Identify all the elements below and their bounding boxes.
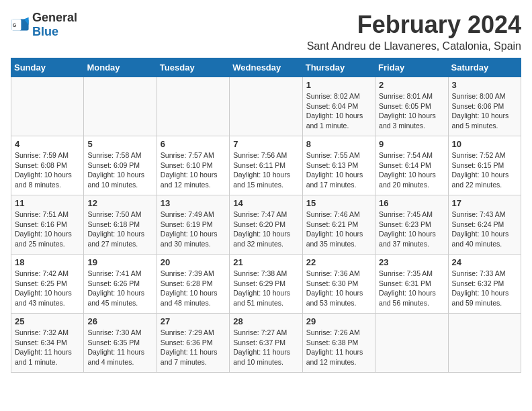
day-number: 19 <box>87 257 152 267</box>
day-number: 15 <box>306 198 371 208</box>
column-header-saturday: Saturday <box>448 58 521 77</box>
day-number: 4 <box>15 139 80 149</box>
day-number: 6 <box>161 139 226 149</box>
calendar-cell: 20Sunrise: 7:39 AM Sunset: 6:28 PM Dayli… <box>157 255 229 314</box>
day-number: 11 <box>15 198 80 208</box>
location-subtitle: Sant Andreu de Llavaneres, Catalonia, Sp… <box>307 40 521 52</box>
calendar-cell: 15Sunrise: 7:46 AM Sunset: 6:21 PM Dayli… <box>302 195 375 255</box>
day-info: Sunrise: 7:46 AM Sunset: 6:21 PM Dayligh… <box>306 210 371 249</box>
day-number: 25 <box>15 316 80 326</box>
day-info: Sunrise: 7:50 AM Sunset: 6:18 PM Dayligh… <box>87 210 152 249</box>
calendar-row: 4Sunrise: 7:59 AM Sunset: 6:08 PM Daylig… <box>11 136 521 195</box>
calendar-cell: 7Sunrise: 7:56 AM Sunset: 6:11 PM Daylig… <box>230 136 302 195</box>
day-info: Sunrise: 7:39 AM Sunset: 6:28 PM Dayligh… <box>161 269 226 308</box>
day-number: 2 <box>379 80 444 90</box>
day-info: Sunrise: 7:55 AM Sunset: 6:13 PM Dayligh… <box>306 150 371 190</box>
day-number: 23 <box>379 257 444 267</box>
day-info: Sunrise: 7:58 AM Sunset: 6:09 PM Dayligh… <box>87 150 152 190</box>
calendar-cell <box>157 77 229 136</box>
calendar-cell: 5Sunrise: 7:58 AM Sunset: 6:09 PM Daylig… <box>84 136 157 195</box>
calendar-cell: 9Sunrise: 7:54 AM Sunset: 6:14 PM Daylig… <box>375 136 448 195</box>
calendar-cell <box>448 314 521 373</box>
column-header-friday: Friday <box>375 58 448 77</box>
day-info: Sunrise: 7:41 AM Sunset: 6:26 PM Dayligh… <box>87 269 152 308</box>
calendar-row: 25Sunrise: 7:32 AM Sunset: 6:34 PM Dayli… <box>11 314 521 373</box>
day-number: 8 <box>306 139 371 149</box>
calendar-cell: 18Sunrise: 7:42 AM Sunset: 6:25 PM Dayli… <box>11 255 84 314</box>
calendar-cell: 21Sunrise: 7:38 AM Sunset: 6:29 PM Dayli… <box>230 255 302 314</box>
calendar-cell: 23Sunrise: 7:35 AM Sunset: 6:31 PM Dayli… <box>375 255 448 314</box>
day-number: 12 <box>87 198 152 208</box>
month-title: February 2024 <box>307 11 521 39</box>
calendar-cell: 4Sunrise: 7:59 AM Sunset: 6:08 PM Daylig… <box>11 136 84 195</box>
logo-general: General <box>32 11 77 24</box>
column-header-tuesday: Tuesday <box>157 58 229 77</box>
day-number: 24 <box>452 257 517 267</box>
day-info: Sunrise: 7:51 AM Sunset: 6:16 PM Dayligh… <box>15 210 80 249</box>
calendar-cell: 16Sunrise: 7:45 AM Sunset: 6:23 PM Dayli… <box>375 195 448 255</box>
day-number: 3 <box>452 80 517 90</box>
day-info: Sunrise: 7:45 AM Sunset: 6:23 PM Dayligh… <box>379 210 444 249</box>
day-number: 10 <box>452 139 517 149</box>
day-info: Sunrise: 7:43 AM Sunset: 6:24 PM Dayligh… <box>452 210 517 249</box>
logo: G General Blue <box>11 11 77 39</box>
day-info: Sunrise: 7:33 AM Sunset: 6:32 PM Dayligh… <box>452 269 517 308</box>
day-number: 13 <box>161 198 226 208</box>
day-number: 1 <box>306 80 371 90</box>
calendar-cell: 3Sunrise: 8:00 AM Sunset: 6:06 PM Daylig… <box>448 77 521 136</box>
day-info: Sunrise: 7:35 AM Sunset: 6:31 PM Dayligh… <box>379 269 444 308</box>
day-number: 28 <box>233 316 298 326</box>
day-number: 17 <box>452 198 517 208</box>
day-info: Sunrise: 7:57 AM Sunset: 6:10 PM Dayligh… <box>161 150 226 190</box>
calendar-cell: 6Sunrise: 7:57 AM Sunset: 6:10 PM Daylig… <box>157 136 229 195</box>
day-info: Sunrise: 7:30 AM Sunset: 6:35 PM Dayligh… <box>87 328 152 367</box>
day-number: 27 <box>161 316 226 326</box>
calendar-cell: 22Sunrise: 7:36 AM Sunset: 6:30 PM Dayli… <box>302 255 375 314</box>
calendar-table: SundayMondayTuesdayWednesdayThursdayFrid… <box>11 58 521 373</box>
calendar-cell: 19Sunrise: 7:41 AM Sunset: 6:26 PM Dayli… <box>84 255 157 314</box>
svg-text:G: G <box>13 23 17 28</box>
calendar-cell: 13Sunrise: 7:49 AM Sunset: 6:19 PM Dayli… <box>157 195 229 255</box>
calendar-cell <box>11 77 84 136</box>
day-info: Sunrise: 7:32 AM Sunset: 6:34 PM Dayligh… <box>15 328 80 367</box>
calendar-cell: 2Sunrise: 8:01 AM Sunset: 6:05 PM Daylig… <box>375 77 448 136</box>
column-header-monday: Monday <box>84 58 157 77</box>
day-number: 5 <box>87 139 152 149</box>
calendar-cell: 24Sunrise: 7:33 AM Sunset: 6:32 PM Dayli… <box>448 255 521 314</box>
day-info: Sunrise: 8:02 AM Sunset: 6:04 PM Dayligh… <box>306 91 371 131</box>
calendar-cell: 27Sunrise: 7:29 AM Sunset: 6:36 PM Dayli… <box>157 314 229 373</box>
calendar-cell: 11Sunrise: 7:51 AM Sunset: 6:16 PM Dayli… <box>11 195 84 255</box>
day-info: Sunrise: 7:27 AM Sunset: 6:37 PM Dayligh… <box>233 328 298 367</box>
header: G General Blue February 2024 Sant Andreu… <box>11 11 521 52</box>
day-info: Sunrise: 7:42 AM Sunset: 6:25 PM Dayligh… <box>15 269 80 308</box>
day-info: Sunrise: 8:00 AM Sunset: 6:06 PM Dayligh… <box>452 91 517 131</box>
calendar-cell: 25Sunrise: 7:32 AM Sunset: 6:34 PM Dayli… <box>11 314 84 373</box>
day-number: 7 <box>233 139 298 149</box>
day-info: Sunrise: 7:26 AM Sunset: 6:38 PM Dayligh… <box>306 328 371 367</box>
day-number: 29 <box>306 316 371 326</box>
logo-blue: Blue <box>32 25 58 38</box>
column-header-thursday: Thursday <box>302 58 375 77</box>
day-info: Sunrise: 7:36 AM Sunset: 6:30 PM Dayligh… <box>306 269 371 308</box>
day-number: 18 <box>15 257 80 267</box>
calendar-cell: 8Sunrise: 7:55 AM Sunset: 6:13 PM Daylig… <box>302 136 375 195</box>
day-number: 21 <box>233 257 298 267</box>
day-info: Sunrise: 8:01 AM Sunset: 6:05 PM Dayligh… <box>379 91 444 131</box>
column-header-wednesday: Wednesday <box>230 58 302 77</box>
calendar-row: 1Sunrise: 8:02 AM Sunset: 6:04 PM Daylig… <box>11 77 521 136</box>
calendar-cell: 1Sunrise: 8:02 AM Sunset: 6:04 PM Daylig… <box>302 77 375 136</box>
calendar-cell: 26Sunrise: 7:30 AM Sunset: 6:35 PM Dayli… <box>84 314 157 373</box>
calendar-cell: 17Sunrise: 7:43 AM Sunset: 6:24 PM Dayli… <box>448 195 521 255</box>
day-info: Sunrise: 7:59 AM Sunset: 6:08 PM Dayligh… <box>15 150 80 190</box>
calendar-row: 11Sunrise: 7:51 AM Sunset: 6:16 PM Dayli… <box>11 195 521 255</box>
calendar-cell <box>84 77 157 136</box>
day-info: Sunrise: 7:29 AM Sunset: 6:36 PM Dayligh… <box>161 328 226 367</box>
logo-text-container: General Blue <box>32 11 77 39</box>
calendar-cell <box>375 314 448 373</box>
calendar-row: 18Sunrise: 7:42 AM Sunset: 6:25 PM Dayli… <box>11 255 521 314</box>
calendar-cell: 10Sunrise: 7:52 AM Sunset: 6:15 PM Dayli… <box>448 136 521 195</box>
day-number: 16 <box>379 198 444 208</box>
day-info: Sunrise: 7:47 AM Sunset: 6:20 PM Dayligh… <box>233 210 298 249</box>
calendar-cell: 29Sunrise: 7:26 AM Sunset: 6:38 PM Dayli… <box>302 314 375 373</box>
day-number: 20 <box>161 257 226 267</box>
